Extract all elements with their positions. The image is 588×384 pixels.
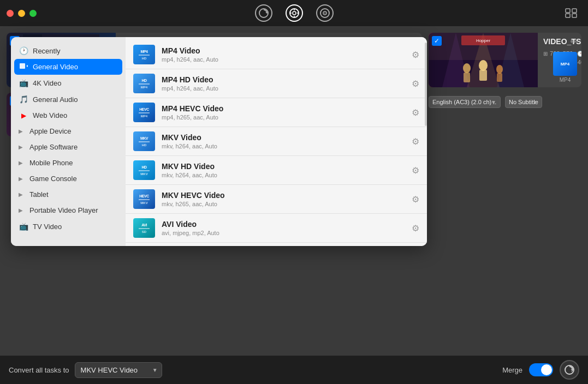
convert-all-button[interactable] xyxy=(560,360,579,380)
minimize-button[interactable] xyxy=(18,10,25,17)
format-info-mp4: MP4 Video mp4, h264, aac, Auto xyxy=(162,46,218,63)
format-info-mp4hd: MP4 HD Video mp4, h264, aac, Auto xyxy=(162,75,218,92)
format-item-mkvhevc[interactable]: HEVC MKV MKV HEVC Video mkv, h265, aac, … xyxy=(126,185,427,214)
audio-select-wrapper: English (AC3) (2.0 ch) .. ▼ xyxy=(429,96,501,108)
4k-video-icon: 📺 xyxy=(19,79,28,87)
mp4hd-gear-icon[interactable]: ⚙ xyxy=(412,79,419,89)
mkv-icon: MKV HD xyxy=(133,131,155,151)
mkvhd-icon: HD MKV xyxy=(133,160,155,180)
svg-rect-13 xyxy=(572,14,577,17)
mp4hevc-gear-icon[interactable]: ⚙ xyxy=(412,107,419,118)
mp4-gear-icon[interactable]: ⚙ xyxy=(412,50,419,60)
grid-view-icon[interactable] xyxy=(563,7,579,20)
video-2-right-checkbox[interactable]: ✓ xyxy=(432,36,442,46)
sidebar-item-general-video[interactable]: General Video xyxy=(14,59,122,75)
format-item-mp4[interactable]: MP4 HD MP4 Video mp4, h264, aac, Auto ⚙ xyxy=(126,40,427,69)
format-item-mp4hevc[interactable]: HEVC MP4 MP4 HEVC Video mp4, h265, aac, … xyxy=(126,98,427,127)
svg-text:Hopper: Hopper xyxy=(476,38,491,43)
mkvhevc-icon: HEVC MKV xyxy=(133,189,155,209)
svg-rect-11 xyxy=(572,9,577,13)
avi-gear-icon[interactable]: ⚙ xyxy=(412,223,419,233)
format-info-avi: AVI Video avi, mjpeg, mp2, Auto xyxy=(162,220,219,236)
mp4hd-icon: HD MP4 xyxy=(133,74,155,93)
merge-toggle[interactable] xyxy=(529,363,553,376)
svg-point-9 xyxy=(324,13,325,14)
format-item-avi[interactable]: AVI SD AVI Video avi, mjpeg, mp2, Auto ⚙ xyxy=(126,214,427,243)
video-2-format-badge[interactable]: MP4 MP4 xyxy=(553,52,577,83)
convert-toolbar-icon[interactable] xyxy=(255,4,272,22)
general-video-icon xyxy=(19,63,28,71)
close-button[interactable] xyxy=(7,10,14,17)
titlebar xyxy=(0,0,588,26)
mkvhevc-gear-icon[interactable]: ⚙ xyxy=(412,194,419,205)
video-2-edit-icon[interactable]: ✏ xyxy=(571,37,577,46)
svg-rect-41 xyxy=(479,70,487,81)
toolbar-icons xyxy=(255,4,334,22)
game-console-arrow: ▶ xyxy=(19,176,23,182)
merge-label: Merge xyxy=(502,366,522,374)
svg-rect-29 xyxy=(20,63,25,69)
format-info-mkvhevc: MKV HEVC Video mkv, h265, aac, Auto xyxy=(162,191,225,207)
subtitle-select-wrapper: No Subtitle ▼ xyxy=(505,96,542,108)
format-dropdown[interactable]: 🕐 Recently General Video 📺 4K Video xyxy=(11,37,427,246)
sidebar-item-web-video[interactable]: ▶ Web Video xyxy=(11,107,126,123)
sidebar-item-4k-video[interactable]: 📺 4K Video xyxy=(11,75,126,91)
tv-video-icon: 📺 xyxy=(19,222,28,231)
svg-rect-43 xyxy=(497,73,502,82)
mp4-icon: MP4 HD xyxy=(133,45,155,64)
sidebar-item-mobile-phone[interactable]: ▶ Mobile Phone xyxy=(11,155,126,171)
svg-point-40 xyxy=(479,60,488,71)
web-video-icon: ▶ xyxy=(19,112,28,119)
convert-all-select[interactable]: MKV HEVC Video MP4 Video MP4 HD Video MP… xyxy=(75,362,162,378)
mkvhd-gear-icon[interactable]: ⚙ xyxy=(412,165,419,176)
recently-icon: 🕐 xyxy=(19,46,28,55)
window-controls xyxy=(7,10,37,17)
format-info-mkv: MKV Video mkv, h264, aac, Auto xyxy=(162,133,217,149)
sidebar-item-apple-software[interactable]: ▶ Apple Software xyxy=(11,139,126,155)
format-item-mkv[interactable]: MKV HD MKV Video mkv, h264, aac, Auto ⚙ xyxy=(126,127,427,156)
dropdown-sidebar: 🕐 Recently General Video 📺 4K Video xyxy=(11,37,126,246)
video-thumbnail-2-right: Hopper ✓ xyxy=(429,33,538,87)
format-list: MP4 HD MP4 Video mp4, h264, aac, Auto ⚙ … xyxy=(126,37,427,246)
sidebar-item-recently[interactable]: 🕐 Recently xyxy=(11,43,126,59)
bottom-right: Merge xyxy=(502,360,579,380)
svg-rect-39 xyxy=(464,73,470,82)
tablet-arrow: ▶ xyxy=(19,191,23,197)
sidebar-item-tv-video[interactable]: 📺 TV Video xyxy=(11,218,126,235)
svg-point-38 xyxy=(463,63,471,73)
format-item-mp4hd[interactable]: HD MP4 MP4 HD Video mp4, h264, aac, Auto… xyxy=(126,69,427,98)
apple-device-arrow: ▶ xyxy=(19,128,23,134)
media-toolbar-icon[interactable] xyxy=(316,4,334,22)
maximize-button[interactable] xyxy=(29,10,37,17)
mobile-phone-arrow: ▶ xyxy=(19,160,23,166)
bottom-bar: Convert all tasks to MKV HEVC Video MP4 … xyxy=(0,356,588,384)
format-info-mkvhd: MKV HD Video mkv, h264, aac, Auto xyxy=(162,162,217,178)
svg-rect-12 xyxy=(566,14,570,17)
avi-icon: AVI SD xyxy=(133,218,155,238)
general-audio-icon: 🎵 xyxy=(19,95,28,104)
convert-select-wrapper: MKV HEVC Video MP4 Video MP4 HD Video MP… xyxy=(75,362,162,378)
video-2-duration: 🕐 00:03:41 xyxy=(577,50,581,57)
settings-toolbar-icon[interactable] xyxy=(286,4,303,22)
portable-video-arrow: ▶ xyxy=(19,207,23,213)
apple-software-arrow: ▶ xyxy=(19,144,23,150)
svg-rect-10 xyxy=(566,9,570,13)
sidebar-item-general-audio[interactable]: 🎵 General Audio xyxy=(11,91,126,107)
svg-point-2 xyxy=(293,11,296,15)
sidebar-item-game-console[interactable]: ▶ Game Console xyxy=(11,171,126,187)
subtitle-select[interactable]: No Subtitle xyxy=(505,96,542,108)
audio-select[interactable]: English (AC3) (2.0 ch) .. xyxy=(429,96,501,108)
sidebar-item-apple-device[interactable]: ▶ Apple Device xyxy=(11,123,126,139)
video-card-2-right: Hopper ✓ VIDEO_TS 2 ⊞ 7 xyxy=(429,33,581,87)
merge-toggle-thumb xyxy=(541,364,552,375)
svg-point-42 xyxy=(496,65,503,74)
audio-subtitle-row: English (AC3) (2.0 ch) .. ▼ No Subtitle … xyxy=(429,96,581,108)
convert-all-label: Convert all tasks to xyxy=(9,366,69,374)
svg-marker-30 xyxy=(26,65,28,67)
mp4hevc-icon: HEVC MP4 xyxy=(133,103,155,122)
format-item-mkvhd[interactable]: HD MKV MKV HD Video mkv, h264, aac, Auto… xyxy=(126,156,427,185)
sidebar-item-portable-video[interactable]: ▶ Portable Video Player xyxy=(11,202,126,218)
sidebar-item-tablet[interactable]: ▶ Tablet xyxy=(11,187,126,202)
mkv-gear-icon[interactable]: ⚙ xyxy=(412,136,419,147)
right-panel: Hopper ✓ VIDEO_TS 2 ⊞ 7 xyxy=(429,33,581,349)
